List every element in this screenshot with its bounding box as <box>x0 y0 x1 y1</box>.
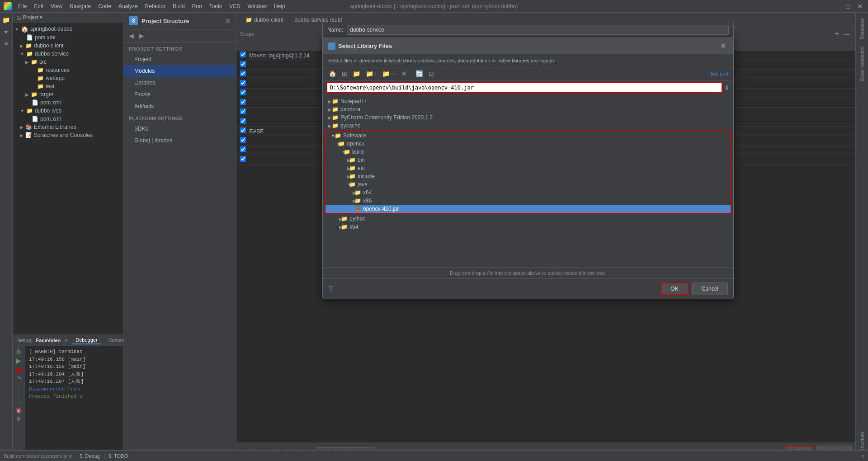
ft-build[interactable]: ▼ 📁 build <box>326 148 731 156</box>
menu-window[interactable]: Window <box>244 2 270 10</box>
debug-tab-debugger[interactable]: Debugger <box>72 336 101 344</box>
status-tab-debug[interactable]: 5: Debug <box>76 453 104 459</box>
ft-pandora[interactable]: ▶ 📁 pandora <box>323 105 733 113</box>
debug-clear-icon[interactable]: 🗑 <box>16 416 22 422</box>
tree-root[interactable]: ▼ 🏠 springboot-dubbo <box>13 24 123 33</box>
right-sidebar: Database Bean Validation Z: Structure <box>855 13 868 461</box>
ft-bin[interactable]: ▶ 📁 bin <box>326 156 731 164</box>
window-controls: — □ ✕ <box>831 3 864 10</box>
hide-path-button[interactable]: Hide path <box>708 71 730 76</box>
tree-dubbo-client[interactable]: ▶ 📁 dubbo-client <box>13 42 123 50</box>
tree-src[interactable]: ▶ 📁 src <box>13 58 123 66</box>
toolbar-delete-button[interactable]: ✕ <box>399 69 409 78</box>
dialog-close-button[interactable]: ✕ <box>718 42 728 50</box>
project-icon[interactable]: 📁 <box>1 14 12 25</box>
tree-web-pom[interactable]: 📄 pom.xml <box>13 115 123 123</box>
right-database-label[interactable]: Database <box>858 14 867 43</box>
ft-etc[interactable]: ▶ 📁 etc <box>326 164 731 172</box>
file-tree: ▶ 📁 Notepad++ ▶ 📁 pandora ▶ 📁 PyC <box>323 95 733 267</box>
ps-item-modules[interactable]: Modules <box>123 65 236 77</box>
debug-step-out-icon[interactable]: ↑ <box>18 391 20 398</box>
module-tab-client[interactable]: 📁 dubbo-client <box>240 15 289 25</box>
tree-service-pom[interactable]: 📄 pom.xml <box>13 99 123 107</box>
right-bean-label[interactable]: Bean Validation <box>858 43 867 85</box>
debug-close-icon[interactable]: ✕ <box>64 338 68 343</box>
remove-dependency-button[interactable]: — <box>842 30 852 38</box>
debug-step-into-icon[interactable]: ↓ <box>18 383 20 390</box>
ps-item-project[interactable]: Project <box>123 53 236 65</box>
menu-help[interactable]: Help <box>270 2 289 10</box>
ft-opencv[interactable]: ▼ 📁 opencv <box>326 140 731 148</box>
debug-step-over-icon[interactable]: ↷ <box>17 375 21 381</box>
ps-item-sdks[interactable]: SDKs <box>123 123 236 135</box>
tree-target[interactable]: ▶ 📁 target <box>13 90 123 99</box>
status-menu-icon[interactable]: ≡ <box>862 453 864 459</box>
ft-include[interactable]: ▶ 📁 include <box>326 172 731 180</box>
tree-resources[interactable]: 📁 resources <box>13 66 123 74</box>
ft-opencv-jar[interactable]: 🏺 opencv-410.jar <box>326 205 731 213</box>
debug-stop-icon[interactable]: ⏹ <box>16 366 22 373</box>
tree-test[interactable]: 📁 test <box>13 82 123 90</box>
toolbar-folder-new-button[interactable]: 📁 <box>350 69 363 78</box>
tree-dubbo-web[interactable]: ▼ 📁 dubbo-web <box>13 107 123 115</box>
minimize-button[interactable]: — <box>831 3 841 10</box>
debug-run-to-cursor-icon[interactable]: → <box>16 400 22 406</box>
toolbar-home-button[interactable]: 🏠 <box>326 69 339 78</box>
cancel-button[interactable]: Cancel <box>692 282 728 295</box>
folder-icon: 📁 <box>349 165 356 171</box>
toolbar-bookmark-button[interactable]: ⊡ <box>426 69 436 78</box>
ft-x86[interactable]: ▶ 📁 x86 <box>326 197 731 205</box>
menu-navigate[interactable]: Navigate <box>66 2 94 10</box>
toolbar-grid-button[interactable]: ⊞ <box>340 69 349 78</box>
ps-item-libraries[interactable]: Libraries <box>123 77 236 89</box>
menu-edit[interactable]: Edit <box>30 2 47 10</box>
menu-code[interactable]: Code <box>94 2 115 10</box>
ps-forward-button[interactable]: ▶ <box>137 31 146 40</box>
name-input[interactable] <box>347 25 729 35</box>
toolbar-folder-nav-button[interactable]: 📁→ <box>380 69 398 78</box>
menu-file[interactable]: File <box>14 2 30 10</box>
path-input[interactable] <box>326 82 722 93</box>
ps-close-button[interactable]: ✕ <box>225 17 231 25</box>
toolbar-folder-up-button[interactable]: 📁↑ <box>363 69 379 78</box>
menu-build[interactable]: Build <box>169 2 189 10</box>
ft-pycharm[interactable]: ▶ 📁 PyCharm Community Edition 2020.1.2 <box>323 113 733 122</box>
chevron-icon: ▶ <box>325 107 330 112</box>
tree-dubbo-service[interactable]: ▼ 📁 dubbo-service <box>13 50 123 58</box>
menu-analyze[interactable]: Analyze <box>115 2 142 10</box>
ft-sofeware[interactable]: ▼ 📁 Sofeware <box>326 132 731 140</box>
tree-external-libs[interactable]: ▶ 📚 External Libraries <box>13 123 123 131</box>
menu-refactor[interactable]: Refactor <box>142 2 169 10</box>
menu-view[interactable]: View <box>47 2 66 10</box>
tree-scratches[interactable]: ▶ 📝 Scratches and Consoles <box>13 131 123 139</box>
status-tab-todo[interactable]: 6: TODO <box>104 453 132 459</box>
ft-java[interactable]: ▼ 📁 java <box>326 180 731 188</box>
ps-back-button[interactable]: ◀ <box>127 31 136 40</box>
ft-x64-java[interactable]: ▶ 📁 x64 <box>326 188 731 197</box>
ps-item-facets[interactable]: Facets <box>123 89 236 100</box>
menu-tools[interactable]: Tools <box>206 2 226 10</box>
tree-pom-xml[interactable]: 📄 pom.xml <box>13 33 123 42</box>
help-button[interactable]: ? <box>328 284 333 294</box>
project-label: 🗂 <box>16 15 21 20</box>
ps-item-global-libraries[interactable]: Global Libraries <box>123 135 236 146</box>
ft-x64-opencv[interactable]: ▶ 📁 x64 <box>323 223 733 231</box>
add-dependency-button[interactable]: + <box>832 29 842 39</box>
toolbar-refresh-button[interactable]: 🔄 <box>413 69 425 78</box>
maximize-button[interactable]: □ <box>844 3 852 10</box>
favorites-icon[interactable]: ★ <box>1 26 12 37</box>
ft-python[interactable]: ▶ 📁 python <box>323 215 733 223</box>
ft-notepadpp[interactable]: ▶ 📁 Notepad++ <box>323 97 733 105</box>
tree-webapp[interactable]: 📁 webapp <box>13 74 123 82</box>
debug-settings-icon[interactable]: ⚙ <box>16 348 22 355</box>
structure-icon[interactable]: ≡ <box>1 38 12 49</box>
ok-button[interactable]: OK <box>660 282 688 295</box>
ft-qycache[interactable]: ▶ 📁 qycache <box>323 122 733 130</box>
path-download-icon[interactable]: ⬇ <box>724 84 730 91</box>
close-button[interactable]: ✕ <box>855 3 864 10</box>
menu-run[interactable]: Run <box>189 2 206 10</box>
ps-item-artifacts[interactable]: Artifacts <box>123 100 236 112</box>
menu-vcs[interactable]: VCS <box>226 2 244 10</box>
debug-resume-icon[interactable]: ▶ <box>16 357 21 364</box>
debug-mute-icon[interactable]: 🔇 <box>15 408 22 414</box>
